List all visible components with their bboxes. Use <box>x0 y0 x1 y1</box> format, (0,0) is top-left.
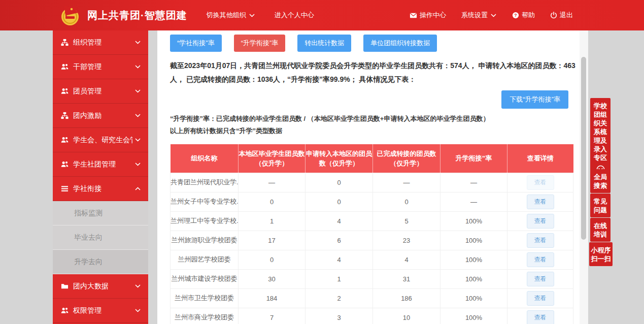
app-title: 网上共青团·智慧团建 <box>87 9 187 22</box>
view-button[interactable]: 查看 <box>527 175 554 190</box>
summary-text: 截至2023年01月07日，共青团兰州现代职业学院委员会升学类型的毕业学生团员数… <box>170 59 576 86</box>
vertical-scrollbar-thumb[interactable] <box>581 57 586 240</box>
view-button[interactable]: 查看 <box>527 214 554 229</box>
sidebar-subitem-graduation-destination[interactable]: 毕业去向 <box>53 225 148 250</box>
switch-org-menu[interactable]: 切换其他组织 <box>207 11 255 20</box>
tab-bar: “学社衔接”率 “升学衔接”率 转出统计数据 单位团组织转接数据 <box>170 35 568 52</box>
col-header-completed: 已完成转接的团员数 （仅升学） <box>373 144 440 173</box>
table-row: 兰州园艺学校团委 0 4 4 100% 查看 <box>171 250 573 269</box>
chevron-up-icon <box>134 185 141 192</box>
top-header: 网上共青团·智慧团建 切换其他组织 进入个人中心 操作中心 系统设置 帮助 退出 <box>0 0 644 30</box>
view-button[interactable]: 查看 <box>527 291 554 306</box>
sidebar-item-org-management[interactable]: 组织管理 <box>53 30 148 55</box>
rate-table: 组织名称 本地区毕业学生团员数 （仅升学） 申请转入本地区的团员 数（仅升学） … <box>170 144 573 324</box>
col-header-local-members: 本地区毕业学生团员数 （仅升学） <box>239 144 306 173</box>
col-header-transfer-in: 申请转入本地区的团员 数（仅升学） <box>306 144 373 173</box>
table-row: 兰州女子中等专业学校... 0 0 0 — 查看 <box>171 192 573 211</box>
table-row: 共青团兰州现代职业学... — 0 — — 查看 <box>171 173 573 192</box>
formula-line1: “升学衔接”率：已完成转接的毕业学生团员数 / （本地区毕业学生团员数+申请转入… <box>170 113 568 125</box>
chevron-down-icon <box>134 39 141 46</box>
view-button[interactable]: 查看 <box>527 252 554 267</box>
sidebar-item-student-clubs[interactable]: 学生社团管理 <box>53 152 148 177</box>
sidebar-item-incentives[interactable]: 团内激励 <box>53 104 148 128</box>
menu-icon <box>61 185 69 192</box>
users-icon <box>61 160 69 168</box>
org-name-cell: 兰州女子中等专业学校... <box>171 192 239 211</box>
personal-center-link[interactable]: 进入个人中心 <box>275 11 314 20</box>
users-icon <box>61 307 69 314</box>
help-link[interactable]: 帮助 <box>512 11 535 20</box>
sidebar-item-student-union[interactable]: 学生会、研究生会管理 <box>53 128 148 152</box>
chevron-down-icon <box>134 283 141 289</box>
formula-line2: 以上所有统计数据只含“升学”类型数据 <box>170 125 568 137</box>
chevron-down-icon <box>249 12 255 19</box>
users-icon <box>61 136 69 144</box>
users-icon <box>61 87 69 95</box>
users-icon <box>61 63 69 71</box>
org-name-cell: 兰州理工中等专业学校... <box>171 211 239 231</box>
table-row: 兰州市卫生学校团委 184 2 186 100% 查看 <box>171 288 573 308</box>
envelope-icon <box>410 12 417 19</box>
chevron-down-icon <box>134 88 141 94</box>
table-row: 兰州城市建设学校团委 30 1 31 100% 查看 <box>171 269 573 288</box>
question-circle-icon <box>512 12 519 19</box>
formula-note: “升学衔接”率：已完成转接的毕业学生团员数 / （本地区毕业学生团员数+申请转入… <box>170 113 568 137</box>
col-header-detail: 查看详情 <box>507 144 573 173</box>
table-header-row: 组织名称 本地区毕业学生团员数 （仅升学） 申请转入本地区的团员 数（仅升学） … <box>171 144 573 173</box>
badge-global-search[interactable]: 全局搜索 <box>590 169 611 193</box>
badge-faq[interactable]: 常见问题 <box>590 193 611 217</box>
logout-link[interactable]: 退出 <box>550 11 573 20</box>
operation-center-link[interactable]: 操作中心 <box>410 11 446 20</box>
chevron-down-icon <box>134 63 141 70</box>
badge-school-org-relation-zone[interactable]: 学校团组织关系梳理及录入专区 <box>590 98 611 177</box>
tab-transfer-out-stats[interactable]: 转出统计数据 <box>297 35 351 52</box>
sidebar-subitem-further-study-destination[interactable]: 升学去向 <box>53 250 148 274</box>
sidebar: 组织管理 干部管理 团员管理 团内激励 学生会、研究生会管理 学生社团管理 学社… <box>53 30 148 324</box>
view-button[interactable]: 查看 <box>527 195 554 209</box>
sidebar-subitem-indicator-monitor[interactable]: 指标监测 <box>53 201 148 225</box>
tab-further-study-rate[interactable]: “升学衔接”率 <box>234 35 286 52</box>
org-name-cell: 兰州园艺学校团委 <box>171 250 239 269</box>
main-content: “学社衔接”率 “升学衔接”率 转出统计数据 单位团组织转接数据 截至2023年… <box>157 30 580 324</box>
sidebar-item-cadre-management[interactable]: 干部管理 <box>53 55 148 79</box>
org-name-cell: 共青团兰州现代职业学... <box>171 173 239 192</box>
org-name-cell: 兰州市商业学校团委 <box>171 308 239 324</box>
chevron-down-icon <box>490 12 497 19</box>
league-emblem-logo <box>59 4 81 26</box>
view-button[interactable]: 查看 <box>527 310 554 324</box>
sidebar-item-big-data[interactable]: 团内大数据 <box>53 274 148 299</box>
header-right-nav: 操作中心 系统设置 帮助 退出 <box>410 11 573 20</box>
tab-school-society-rate[interactable]: “学社衔接”率 <box>170 35 222 52</box>
org-chart-icon <box>61 112 69 119</box>
chevron-down-icon <box>134 307 141 314</box>
system-settings-menu[interactable]: 系统设置 <box>461 11 497 20</box>
table-row: 兰州旅游职业学校团委 17 6 23 100% 查看 <box>171 231 573 250</box>
col-header-org-name: 组织名称 <box>171 144 239 173</box>
org-name-cell: 兰州市卫生学校团委 <box>171 288 239 308</box>
table-row: 兰州理工中等专业学校... 1 4 5 100% 查看 <box>171 211 573 231</box>
sidebar-item-school-society-link[interactable]: 学社衔接 <box>53 177 148 201</box>
chevron-down-icon <box>134 161 141 168</box>
badge-online-training[interactable]: 在线培训 <box>590 218 611 242</box>
download-row: 下载“升学衔接”率 <box>170 90 568 109</box>
tab-unit-org-transfer-data[interactable]: 单位团组织转接数据 <box>363 35 437 52</box>
view-button[interactable]: 查看 <box>527 233 554 248</box>
sidebar-item-permissions[interactable]: 权限管理 <box>53 299 148 323</box>
power-icon <box>550 12 557 19</box>
badge-miniprogram-scan[interactable]: 小程序扫一扫 <box>589 242 613 266</box>
chevron-down-icon <box>134 112 141 119</box>
view-button[interactable]: 查看 <box>527 272 554 286</box>
folder-icon <box>61 282 69 290</box>
org-chart-icon <box>61 39 69 46</box>
col-header-rate: 升学衔接”率 <box>440 144 507 173</box>
vertical-scrollbar-track[interactable] <box>580 30 588 324</box>
download-rate-button[interactable]: 下载“升学衔接”率 <box>501 90 568 109</box>
chevron-down-icon <box>134 137 141 143</box>
sidebar-item-member-management[interactable]: 团员管理 <box>53 79 148 104</box>
table-row: 兰州市商业学校团委 7 3 10 100% 查看 <box>171 308 573 324</box>
org-name-cell: 兰州城市建设学校团委 <box>171 269 239 288</box>
org-name-cell: 兰州旅游职业学校团委 <box>171 231 239 250</box>
